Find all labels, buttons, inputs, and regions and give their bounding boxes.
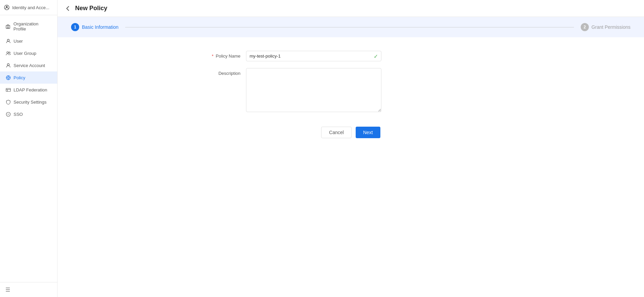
policy-name-label: * Policy Name	[199, 51, 246, 59]
svg-point-10	[9, 52, 10, 53]
sidebar: Identity and Acce... Organization Profil…	[0, 0, 58, 297]
sidebar-item-organization-profile[interactable]: Organization Profile	[0, 18, 57, 35]
sidebar-header-label: Identity and Acce...	[12, 5, 49, 10]
sidebar-item-label: User Group	[14, 51, 36, 56]
description-input-wrap	[246, 68, 381, 113]
person-circle-icon	[4, 5, 9, 10]
svg-rect-5	[7, 27, 8, 28]
svg-rect-18	[6, 88, 10, 91]
valid-icon: ✓	[374, 53, 378, 59]
step-label-basic-information: Basic Information	[82, 24, 118, 30]
steps-bar: 1 Basic Information 2 Grant Permissions	[58, 17, 644, 37]
page-header: New Policy	[58, 0, 644, 17]
svg-point-8	[7, 39, 9, 41]
sidebar-nav: Organization Profile User User Group Ser…	[0, 15, 57, 282]
sidebar-item-label: Security Settings	[14, 100, 47, 105]
svg-point-11	[7, 64, 9, 66]
sidebar-item-security-settings[interactable]: Security Settings	[0, 96, 57, 108]
next-button[interactable]: Next	[356, 127, 380, 138]
sidebar-item-label: Service Account	[14, 63, 45, 68]
sidebar-item-policy[interactable]: Policy	[0, 71, 57, 84]
sso-icon	[5, 111, 11, 117]
step-label-grant-permissions: Grant Permissions	[592, 24, 630, 30]
svg-rect-4	[8, 26, 9, 27]
sidebar-item-label: User	[14, 39, 23, 44]
svg-rect-2	[6, 25, 10, 28]
sidebar-item-ldap-federation[interactable]: LDAP Federation	[0, 84, 57, 96]
step-grant-permissions: 2 Grant Permissions	[581, 23, 630, 31]
policy-name-input-wrap: ✓	[246, 51, 381, 61]
page-title: New Policy	[75, 5, 107, 12]
sidebar-item-label: Organization Profile	[14, 21, 52, 31]
step-circle-1: 1	[71, 23, 79, 31]
service-icon	[5, 63, 11, 68]
policy-name-input[interactable]	[246, 51, 381, 61]
policy-name-row: * Policy Name ✓	[199, 51, 503, 61]
sidebar-item-label: Policy	[14, 75, 25, 80]
sidebar-item-label: SSO	[14, 112, 23, 117]
svg-point-9	[7, 51, 8, 53]
step-connector	[125, 27, 574, 27]
sidebar-item-user-group[interactable]: User Group	[0, 47, 57, 59]
svg-point-13	[7, 77, 9, 79]
description-label: Description	[199, 68, 246, 76]
building-icon	[5, 24, 11, 29]
sidebar-footer[interactable]: ☰	[0, 282, 57, 297]
user-icon	[5, 38, 11, 44]
svg-point-22	[7, 113, 9, 115]
users-icon	[5, 50, 11, 56]
svg-point-1	[6, 6, 8, 8]
cancel-button[interactable]: Cancel	[321, 127, 352, 138]
main-content: New Policy 1 Basic Information 2 Grant P…	[58, 0, 644, 297]
form-footer: Cancel Next	[321, 120, 380, 148]
svg-rect-7	[7, 25, 9, 25]
ldap-icon	[5, 87, 11, 92]
description-row: Description	[199, 68, 503, 113]
svg-rect-3	[7, 26, 8, 27]
sidebar-item-service-account[interactable]: Service Account	[0, 59, 57, 71]
step-circle-2: 2	[581, 23, 589, 31]
sidebar-item-label: LDAP Federation	[14, 87, 47, 92]
description-textarea[interactable]	[246, 68, 381, 112]
policy-icon	[5, 75, 11, 80]
sidebar-item-user[interactable]: User	[0, 35, 57, 47]
sidebar-header[interactable]: Identity and Acce...	[0, 0, 57, 15]
form-area: * Policy Name ✓ Description Cancel Next	[58, 37, 644, 297]
required-marker: *	[212, 54, 214, 59]
step-basic-information: 1 Basic Information	[71, 23, 118, 31]
security-icon	[5, 99, 11, 105]
back-button[interactable]	[64, 5, 71, 12]
form-inner: * Policy Name ✓ Description	[199, 51, 503, 120]
sidebar-item-sso[interactable]: SSO	[0, 108, 57, 120]
hamburger-icon[interactable]: ☰	[5, 287, 10, 293]
svg-rect-6	[8, 27, 9, 28]
